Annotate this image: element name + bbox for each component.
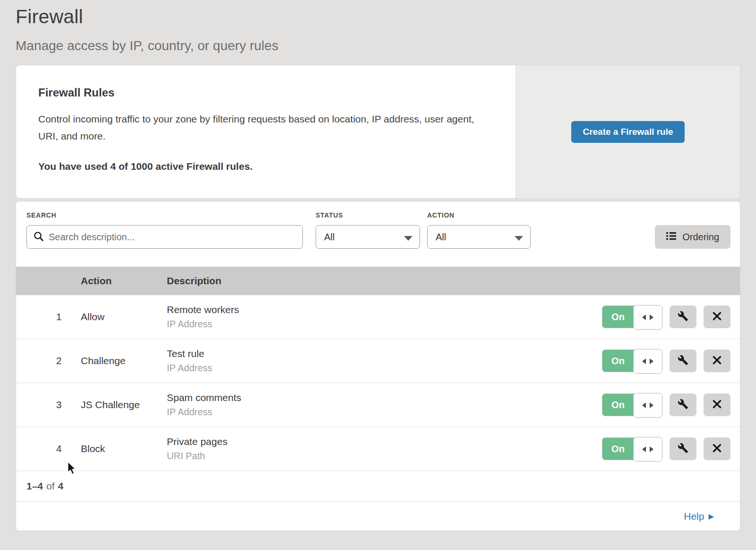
toggle-handle-arrows-icon [633, 349, 662, 374]
rule-enabled-toggle[interactable]: On [602, 306, 662, 328]
filters-bar: SEARCH STATUS All [16, 201, 740, 267]
edit-rule-button[interactable] [670, 306, 696, 328]
close-icon [713, 312, 722, 322]
wrench-icon [678, 311, 688, 323]
rule-description: Test rule [167, 348, 602, 359]
list-icon [666, 232, 677, 243]
delete-rule-button[interactable] [704, 349, 730, 372]
action-select-value: All [436, 232, 446, 243]
rule-priority: 1 [16, 311, 81, 323]
rule-action: Allow [81, 311, 167, 323]
status-label: STATUS [316, 211, 420, 219]
wrench-icon [678, 443, 688, 455]
delete-rule-button[interactable] [704, 393, 730, 416]
rule-match-type: IP Address [167, 363, 602, 374]
close-icon [713, 400, 722, 410]
wrench-icon [678, 355, 688, 367]
rule-match-type: URI Path [167, 451, 602, 462]
help-link-label: Help [684, 511, 704, 522]
rule-action: JS Challenge [81, 399, 167, 410]
page-title: Firewall [16, 6, 740, 28]
rule-description: Spam comments [167, 392, 602, 403]
wrench-icon [678, 399, 688, 411]
rule-priority: 2 [16, 355, 81, 367]
edit-rule-button[interactable] [670, 349, 696, 372]
search-label: SEARCH [26, 211, 303, 219]
rule-enabled-toggle[interactable]: On [602, 349, 662, 372]
ordering-button[interactable]: Ordering [655, 225, 730, 249]
firewall-rules-card-side-panel: Create a Firewall rule [515, 65, 740, 198]
edit-rule-button[interactable] [670, 437, 696, 460]
rule-description: Private pages [167, 436, 602, 447]
rule-match-type: IP Address [167, 319, 602, 330]
firewall-rules-card: Firewall Rules Control incoming traffic … [16, 65, 740, 199]
table-row: 4 Block Private pages URI Path On [16, 427, 740, 471]
column-header-action: Action [81, 275, 167, 287]
action-select[interactable]: All [427, 225, 531, 249]
firewall-rules-card-text: Firewall Rules Control incoming traffic … [16, 65, 515, 198]
pagination-separator: of [46, 480, 55, 492]
page-header: Firewall Manage access by IP, country, o… [0, 0, 756, 53]
search-icon [34, 231, 44, 244]
rule-action: Challenge [81, 355, 167, 367]
toggle-handle-arrows-icon [633, 393, 662, 418]
table-row: 3 JS Challenge Spam comments IP Address … [16, 383, 740, 427]
rule-priority: 4 [16, 443, 81, 454]
toggle-on-label: On [602, 394, 634, 416]
firewall-page: Firewall Manage access by IP, country, o… [0, 0, 756, 550]
rule-enabled-toggle[interactable]: On [602, 437, 662, 460]
table-row: 1 Allow Remote workers IP Address On [16, 295, 740, 339]
chevron-down-icon [404, 236, 412, 241]
delete-rule-button[interactable] [704, 306, 730, 328]
close-icon [713, 356, 722, 366]
firewall-rules-description: Control incoming traffic to your zone by… [38, 111, 487, 145]
help-link[interactable]: Help ▶ [684, 511, 714, 522]
delete-rule-button[interactable] [704, 437, 730, 460]
pagination: 1–4 of 4 [16, 471, 740, 501]
toggle-handle-arrows-icon [633, 305, 662, 330]
toggle-on-label: On [602, 306, 634, 328]
close-icon [713, 444, 722, 454]
rules-table-card: SEARCH STATUS All [16, 201, 740, 531]
table-header: Action Description [16, 267, 740, 295]
column-header-description: Description [167, 275, 740, 287]
toggle-handle-arrows-icon [633, 437, 662, 462]
create-firewall-rule-button[interactable]: Create a Firewall rule [571, 121, 684, 143]
firewall-rules-heading: Firewall Rules [38, 86, 487, 99]
search-input[interactable] [26, 225, 303, 249]
rule-description: Remote workers [167, 304, 602, 315]
status-select[interactable]: All [316, 225, 420, 249]
rule-match-type: IP Address [167, 407, 602, 418]
ordering-button-label: Ordering [682, 232, 719, 243]
firewall-rules-usage: You have used 4 of 1000 active Firewall … [38, 161, 487, 172]
rule-enabled-toggle[interactable]: On [602, 393, 662, 416]
right-triangle-icon: ▶ [708, 512, 714, 521]
action-filter: ACTION All [427, 211, 531, 249]
status-filter: STATUS All [316, 211, 420, 249]
action-label: ACTION [427, 211, 531, 219]
chevron-down-icon [515, 236, 523, 241]
toggle-on-label: On [602, 438, 634, 460]
status-select-value: All [324, 232, 335, 243]
card-footer: Help ▶ [16, 501, 740, 531]
rule-priority: 3 [16, 399, 81, 410]
pagination-total: 4 [58, 480, 64, 492]
pagination-range: 1–4 [26, 480, 43, 492]
search-filter: SEARCH [26, 211, 303, 249]
table-row: 2 Challenge Test rule IP Address On [16, 339, 740, 383]
rule-action: Block [81, 443, 167, 454]
page-subtitle: Manage access by IP, country, or query r… [16, 38, 740, 53]
edit-rule-button[interactable] [670, 393, 696, 416]
toggle-on-label: On [602, 350, 634, 372]
